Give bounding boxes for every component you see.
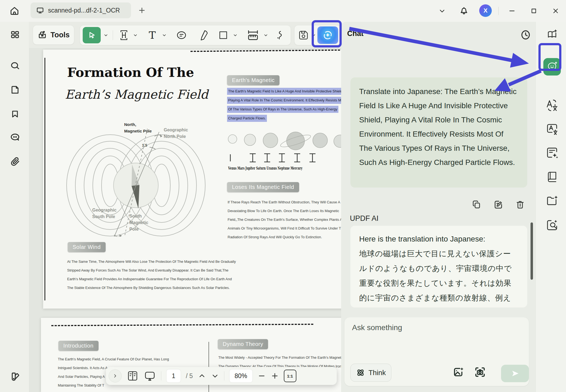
- chat-history-button[interactable]: [519, 28, 532, 41]
- edit-message-button[interactable]: [493, 199, 504, 210]
- ai-assistant-button[interactable]: [317, 26, 338, 44]
- zoom-out-icon[interactable]: [258, 372, 266, 380]
- sidebar-item-pages[interactable]: [10, 84, 20, 95]
- section-tag-loses-field: Loses Its Magnetic Field: [227, 182, 299, 192]
- ai-tools-sidebar: [535, 22, 566, 392]
- home-button[interactable]: [8, 5, 21, 17]
- doc-title-line2: Earth’s Magnetic Field: [65, 87, 208, 102]
- sidebar-item-ai-files[interactable]: [543, 192, 561, 210]
- sidebar-item-bookmarks[interactable]: [10, 108, 20, 119]
- sidebar-item-translate[interactable]: [543, 96, 561, 114]
- sidebar-item-thumbnails[interactable]: [10, 29, 20, 40]
- sidebar-item-summarize[interactable]: [543, 144, 561, 161]
- magnetic-field-diagram: North, Magnetic Pole Geographic North Po…: [46, 115, 223, 237]
- measure-tool[interactable]: [245, 25, 261, 45]
- presentation-mode-icon[interactable]: [144, 370, 156, 382]
- camera-scan-icon: [474, 366, 486, 378]
- diagram-label-geosouth-1: Geographic: [92, 208, 117, 212]
- ai-responder-label: UPDF AI: [350, 214, 379, 223]
- tools-button[interactable]: Tools: [33, 25, 74, 45]
- sidebar-item-search[interactable]: [10, 60, 20, 71]
- signature-tool[interactable]: [273, 25, 286, 45]
- text-tool[interactable]: T: [145, 25, 160, 45]
- heading-tool-dropdown[interactable]: [132, 25, 139, 45]
- bell-icon: [459, 5, 469, 16]
- thumbnail-view-icon[interactable]: [127, 370, 139, 382]
- section-tag-earths-magnetic: Earth's Magnetic: [227, 75, 279, 85]
- diagram-label-southmag-1: South: [129, 214, 142, 218]
- sidebar-item-ai-search[interactable]: [543, 216, 561, 234]
- think-mode-button[interactable]: Think: [350, 364, 391, 382]
- delete-message-button[interactable]: [515, 199, 526, 210]
- edit-icon: [493, 199, 504, 210]
- toolbox-icon: [37, 29, 47, 40]
- doc-text-line: The Stable Existence Of The Atmosphere B…: [67, 284, 236, 292]
- translate-page-icon: [546, 122, 559, 135]
- doc-text-line: Radiation Of Strong Rays And Will Quickl…: [228, 233, 341, 242]
- maximize-button[interactable]: [527, 5, 540, 17]
- comment-tool[interactable]: [174, 25, 189, 45]
- pdf-page-1[interactable]: Formation Of The Earth’s Magnetic Field: [43, 50, 341, 309]
- tab-document-icon: [36, 6, 44, 14]
- diagram-label-angle: 1.5: [142, 143, 147, 147]
- chevron-down-icon: [311, 33, 316, 38]
- heading-recognition-tool[interactable]: [117, 25, 131, 45]
- save-dropdown[interactable]: [310, 25, 317, 45]
- pdf-viewer[interactable]: Formation Of The Earth’s Magnetic Field: [29, 48, 341, 392]
- shape-tool-dropdown[interactable]: [232, 25, 239, 45]
- collapse-toolbar-button[interactable]: [436, 5, 448, 17]
- sidebar-item-attachments[interactable]: [10, 156, 20, 167]
- previous-page-icon[interactable]: [198, 372, 206, 380]
- zoom-level-box[interactable]: 80%: [229, 369, 253, 383]
- book-icon: [546, 170, 558, 183]
- minimize-button[interactable]: [505, 5, 519, 17]
- chat-input[interactable]: [351, 323, 516, 357]
- doc-title-line1: Formation Of The: [67, 65, 194, 80]
- actual-size-label: 1:1: [287, 374, 293, 378]
- sidebar-item-dictionary[interactable]: [543, 168, 561, 185]
- measure-tool-dropdown[interactable]: [262, 25, 269, 45]
- document-tab[interactable]: scanned-pd...df-2-1_OCR: [31, 2, 131, 18]
- trash-icon: [515, 200, 525, 209]
- send-button[interactable]: [501, 365, 529, 382]
- translate-icon: [546, 98, 559, 111]
- copy-message-button[interactable]: [471, 199, 482, 210]
- screenshot-button[interactable]: [474, 366, 488, 380]
- sidebar-item-comments[interactable]: [10, 132, 20, 143]
- page-number-box[interactable]: 1: [166, 369, 181, 383]
- zoom-in-icon[interactable]: [271, 372, 279, 380]
- tool-group-annotate: T: [80, 25, 291, 45]
- document-search-icon: [546, 219, 559, 232]
- doc-text-line: The Most Widely - Accepted Theory For Th…: [218, 353, 341, 362]
- planets-diagram: Venus Mars Jupiter Saturn Uranus Neptune…: [227, 126, 341, 173]
- save-button[interactable]: [296, 25, 311, 45]
- text-tool-dropdown[interactable]: [161, 25, 168, 45]
- sidebar-item-translate-page[interactable]: [543, 120, 561, 137]
- insert-image-button[interactable]: [452, 366, 466, 380]
- page-navigation-bar: 1 / 5 80% 1:1: [106, 367, 337, 385]
- user-message-bubble[interactable]: Translate into Japanese: The Earth’s Mag…: [350, 77, 527, 188]
- new-tab-button[interactable]: [136, 4, 148, 16]
- ai-message-bubble[interactable]: Here is the translation into Japanese: 地…: [350, 226, 527, 307]
- next-page-icon[interactable]: [211, 372, 219, 380]
- history-clock-icon: [520, 29, 531, 40]
- pen-tool[interactable]: [196, 25, 211, 45]
- updf-app-window: scanned-pd...df-2-1_OCR X: [0, 0, 566, 392]
- shape-tool[interactable]: [216, 25, 231, 45]
- actual-size-button[interactable]: 1:1: [284, 370, 296, 382]
- sidebar-item-appearance[interactable]: [10, 371, 20, 382]
- pagebar-divider: [224, 371, 224, 381]
- select-tool-button[interactable]: [83, 27, 101, 43]
- user-avatar[interactable]: X: [479, 4, 492, 17]
- book-sparkle-icon: [546, 28, 558, 41]
- select-tool-dropdown[interactable]: [102, 25, 109, 45]
- ai-chat-smiley-icon: [545, 60, 559, 74]
- chat-scrollbar[interactable]: [531, 222, 533, 280]
- notifications-button[interactable]: [457, 4, 470, 17]
- expand-panel-button[interactable]: [109, 369, 122, 382]
- toolbar-divider: [113, 30, 113, 40]
- sidebar-item-ai-chat[interactable]: [543, 58, 561, 76]
- close-button[interactable]: [549, 5, 562, 17]
- sidebar-item-ai-read[interactable]: [543, 26, 561, 43]
- highlighted-selection[interactable]: The Earth's Magnetic Field Is Like A Hug…: [227, 88, 341, 124]
